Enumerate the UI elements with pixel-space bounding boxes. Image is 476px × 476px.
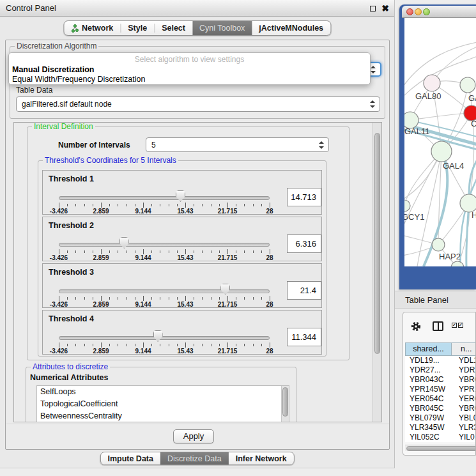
cell-shared-name[interactable]: YDL19... — [405, 356, 452, 365]
threshold-value-field[interactable]: 11.344 — [287, 328, 321, 346]
network-node[interactable] — [432, 238, 445, 251]
minimize-traffic-light[interactable] — [415, 8, 422, 15]
table-row[interactable]: YBR043CYBR0 — [405, 375, 476, 385]
table-row[interactable]: YBL079WYBL0 — [405, 413, 476, 423]
column-header-name[interactable]: n... — [452, 342, 476, 356]
cell-shared-name[interactable]: YER054C — [405, 394, 452, 404]
checkbox-icon[interactable]: ✓ — [458, 323, 463, 328]
cell-name[interactable]: YLR3 — [452, 423, 476, 433]
slider-tick-label: 15.43 — [177, 348, 193, 355]
tab-discretize-data[interactable]: Discretize Data — [160, 452, 229, 464]
attribute-list-item[interactable]: BetweennessCentrality — [37, 410, 289, 422]
tab-jactivemnodules[interactable]: jActiveMNodules — [252, 21, 330, 35]
tab-network[interactable]: Network — [64, 21, 120, 35]
cell-name[interactable]: YIL0 — [452, 433, 476, 442]
attribute-list-item[interactable]: SelfLoops — [37, 386, 289, 398]
cell-shared-name[interactable]: YIL052C — [405, 433, 452, 442]
table-hscrollbar[interactable] — [405, 445, 475, 451]
cell-name[interactable]: YER0 — [452, 394, 476, 404]
number-of-intervals-combobox[interactable]: 5 — [146, 137, 329, 152]
list-scrollbar-thumb[interactable] — [282, 387, 288, 417]
slider-tick — [109, 204, 110, 206]
threshold-value-field[interactable]: 14.713 — [287, 188, 321, 206]
cell-shared-name[interactable]: YBL079W — [405, 413, 452, 423]
gear-icon[interactable] — [411, 321, 421, 332]
column-header-shared-name[interactable]: shared... — [405, 342, 452, 356]
threshold-slider-thumb[interactable] — [153, 330, 163, 342]
split-table-icon[interactable] — [433, 321, 443, 331]
network-node[interactable] — [460, 194, 476, 212]
slider-tick — [67, 250, 68, 253]
threshold-panel: Threshold 3 21.4 -3.4262.8599.14415.4321… — [42, 263, 322, 308]
apply-button[interactable]: Apply — [173, 429, 214, 443]
network-node[interactable] — [460, 77, 475, 93]
table-row[interactable]: YBR045CYBR0 — [405, 404, 476, 413]
threshold-slider-track[interactable] — [59, 289, 270, 293]
cell-name[interactable]: YPR1 — [452, 385, 476, 394]
tab-infer-network[interactable]: Infer Network — [229, 452, 294, 464]
network-window-titlebar[interactable] — [402, 6, 476, 18]
tab-impute-data[interactable]: Impute Data — [100, 452, 160, 464]
table-row[interactable]: YLR345WYLR3 — [405, 423, 476, 433]
threshold-value-field[interactable]: 6.316 — [287, 234, 321, 253]
cell-shared-name[interactable]: YBR045C — [405, 404, 452, 413]
table-row[interactable]: YIL052CYIL0 — [405, 433, 476, 442]
cell-shared-name[interactable]: YLR345W — [405, 423, 452, 433]
threshold-panel: Threshold 1 14.713 -3.4262.8599.14415.43… — [42, 170, 322, 215]
slider-tick — [143, 203, 144, 208]
threshold-slider-thumb[interactable] — [220, 284, 230, 295]
cell-name[interactable]: YBL0 — [452, 413, 476, 423]
cell-shared-name[interactable]: YDR27... — [405, 365, 452, 375]
threshold-slider-thumb[interactable] — [176, 190, 185, 202]
slider-tick — [160, 297, 160, 300]
table-row[interactable]: YER054CYER0 — [405, 394, 476, 404]
combo-value: galFiltered.sif default node — [22, 97, 112, 112]
slider-tick — [194, 204, 194, 206]
table-row[interactable]: YDR27...YDR2 — [405, 365, 476, 375]
panel-scrollbar[interactable] — [372, 123, 381, 422]
float-window-icon[interactable] — [370, 6, 376, 12]
network-canvas[interactable]: GAL80GACGAL11GAL4GCY1HHAP2 — [404, 18, 476, 266]
slider-tick — [135, 344, 135, 346]
threshold-slider-track[interactable] — [59, 196, 270, 200]
cell-name[interactable]: YDR2 — [452, 365, 476, 375]
zoom-traffic-light[interactable] — [423, 8, 430, 15]
threshold-value-field[interactable]: 21.4 — [287, 281, 321, 300]
numerical-attributes-list[interactable]: SelfLoopsTopologicalCoefficientBetweenne… — [36, 385, 289, 422]
threshold-label: Threshold 4 — [49, 314, 94, 323]
popup-item-manual-discretization[interactable]: Manual Discretization — [12, 65, 95, 74]
close-icon[interactable]: ✖ — [381, 2, 389, 15]
table-row[interactable]: YDL19...YDL1 — [405, 356, 476, 365]
threshold-slider-track[interactable] — [59, 243, 270, 247]
network-node[interactable] — [431, 141, 452, 162]
list-scrollbar[interactable] — [281, 386, 289, 422]
slider-tick-label: 2.859 — [93, 254, 109, 261]
popup-item-equal-width-frequency[interactable]: Equal Width/Frequency Discretization — [12, 75, 145, 84]
slider-tick-label: -3.426 — [50, 254, 68, 261]
cell-name[interactable]: YDL1 — [452, 356, 476, 365]
table-hscrollbar-thumb[interactable] — [406, 446, 476, 451]
attributes-group: Attributes to discretize Numerical Attri… — [26, 367, 296, 422]
slider-tick-label: 28 — [266, 208, 273, 215]
close-traffic-light[interactable] — [406, 8, 413, 15]
checkbox-icon[interactable]: ✓ — [452, 323, 457, 328]
table-row[interactable]: YPR145WYPR1 — [405, 385, 476, 394]
panel-scrollbar-thumb[interactable] — [374, 133, 380, 354]
network-node[interactable] — [424, 75, 440, 91]
network-node[interactable] — [404, 200, 410, 211]
cell-shared-name[interactable]: YBR043C — [405, 375, 452, 385]
threshold-slider-track[interactable] — [59, 336, 270, 340]
table-data-combobox[interactable]: galFiltered.sif default node — [16, 96, 380, 112]
cell-name[interactable]: YBR0 — [452, 375, 476, 385]
tab-cyni-toolbox[interactable]: Cyni Toolbox — [192, 21, 252, 35]
cell-name[interactable]: YBR0 — [452, 404, 476, 413]
tab-label: Discretize Data — [167, 454, 222, 463]
threshold-slider-thumb[interactable] — [119, 237, 129, 249]
slider-tick — [109, 344, 110, 346]
tab-style[interactable]: Style — [121, 21, 154, 35]
tab-select[interactable]: Select — [155, 21, 192, 35]
attribute-list-item[interactable]: TopologicalCoefficient — [37, 398, 289, 410]
cell-shared-name[interactable]: YPR145W — [405, 385, 452, 394]
network-node-label: GCY1 — [404, 212, 424, 222]
table-panel: ✓ ✓ shared... n... YDL19...YDL1YDR27...Y… — [403, 312, 476, 456]
